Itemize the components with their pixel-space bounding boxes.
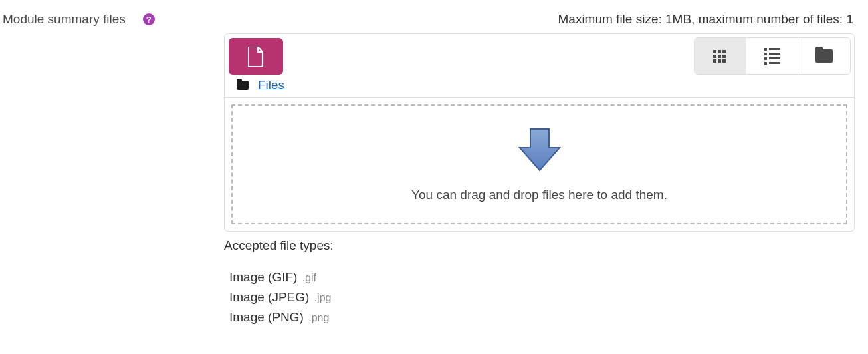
view-details-button[interactable] [746,38,798,74]
list-item: Image (JPEG) .jpg [229,290,855,305]
filetype-ext: .png [308,312,329,323]
dropzone-text: You can drag and drop files here to add … [411,188,667,202]
filetype-ext: .jpg [314,292,332,303]
file-icon [248,47,264,67]
filetype-ext: .gif [302,272,316,283]
breadcrumb: Files [227,75,694,94]
filetype-name: Image (JPEG) [229,290,309,304]
breadcrumb-files-link[interactable]: Files [258,78,284,92]
field-label: Module summary files [3,12,126,27]
list-item: Image (GIF) .gif [229,270,855,285]
download-arrow-icon [516,126,564,174]
filetype-name: Image (PNG) [229,310,304,324]
file-manager: Files [224,33,855,232]
folder-icon [815,49,833,63]
list-icon [764,48,780,65]
view-icons-button[interactable] [695,38,746,74]
help-icon[interactable]: ? [143,13,155,25]
accepted-types-label: Accepted file types: [224,238,855,253]
folder-icon [237,81,249,90]
accepted-types-list: Image (GIF) .gif Image (JPEG) .jpg Image… [224,270,855,325]
list-item: Image (PNG) .png [229,310,855,325]
view-tree-button[interactable] [798,38,850,74]
file-dropzone[interactable]: You can drag and drop files here to add … [231,104,847,224]
add-file-button[interactable] [229,38,283,75]
file-manager-toolbar: Files [225,34,854,98]
grid-icon [713,50,728,63]
field-header: Module summary files ? Maximum file size… [3,12,853,27]
file-limits-text: Maximum file size: 1MB, maximum number o… [558,12,853,27]
filetype-name: Image (GIF) [229,270,297,284]
view-toggle [694,37,851,75]
